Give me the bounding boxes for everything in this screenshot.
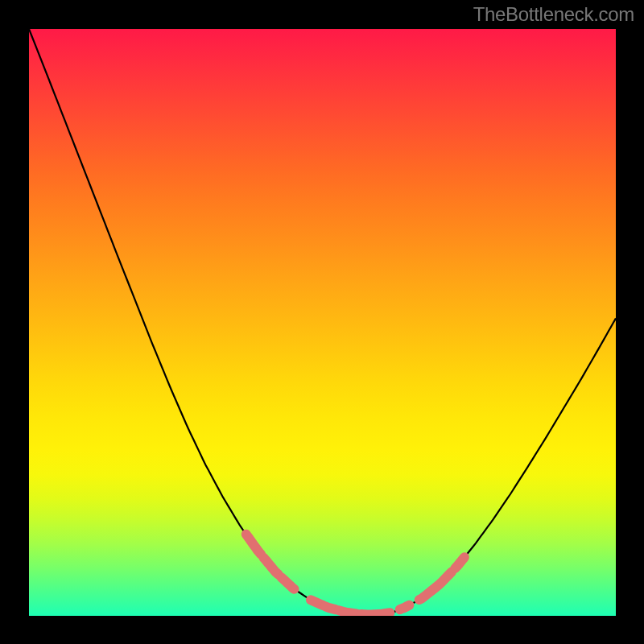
curve-svg (29, 29, 616, 616)
curve-marker (264, 558, 279, 575)
chart-container: TheBottleneck.com (0, 0, 644, 644)
plot-area (29, 29, 616, 616)
curve-marker (246, 535, 261, 555)
marker-group (246, 535, 464, 615)
curve-marker (378, 613, 390, 614)
curve-marker (281, 577, 294, 589)
curve-marker (455, 557, 464, 568)
watermark-text: TheBottleneck.com (473, 3, 634, 26)
curve-marker (325, 606, 335, 609)
curve-marker (419, 572, 452, 601)
bottleneck-curve (29, 29, 616, 614)
curve-marker (400, 605, 410, 609)
curve-marker (311, 600, 323, 605)
curve-marker (339, 610, 357, 614)
